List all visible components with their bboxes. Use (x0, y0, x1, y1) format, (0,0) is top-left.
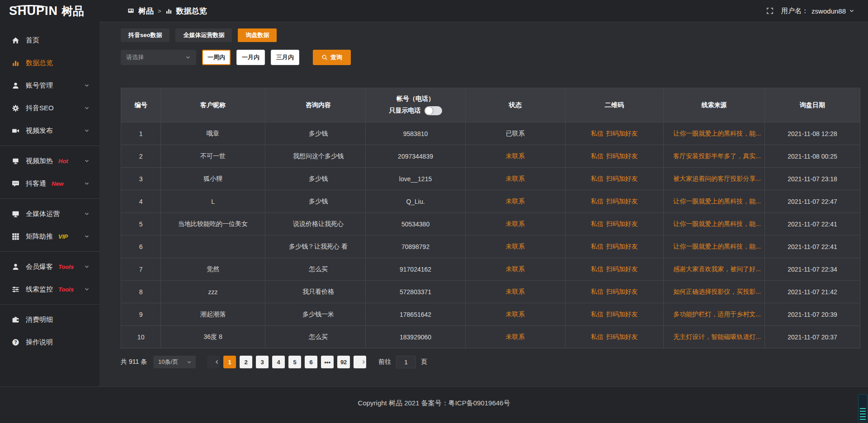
tab-inquiry-data[interactable]: 询盘数据 (238, 28, 277, 42)
qr-scan-add-friend-link[interactable]: 扫码加好友 (606, 220, 638, 227)
sidebar-item-douketong[interactable]: 抖客通New (0, 172, 99, 195)
qr-scan-add-friend-link[interactable]: 扫码加好友 (606, 130, 638, 137)
sidebar-item-matrix-boost[interactable]: 矩阵助推VIP (0, 225, 99, 248)
cell-date: 2021-11-08 00:25 (765, 145, 860, 168)
tab-douyin-seo-data[interactable]: 抖音seo数据 (121, 28, 170, 42)
range-button-one-month[interactable]: 一月内 (236, 50, 265, 65)
qr-private-message-link[interactable]: 私信 (591, 310, 604, 318)
qr-scan-add-friend-link[interactable]: 扫码加好友 (606, 310, 638, 318)
qr-scan-add-friend-link[interactable]: 扫码加好友 (606, 175, 638, 182)
bar-chart-icon (12, 59, 19, 67)
page-button-92[interactable]: 92 (337, 356, 350, 368)
sidebar-item-member-burst[interactable]: 会员爆客Tools (0, 255, 99, 278)
source-link[interactable]: 如何正确选择投影仪，买投影... (673, 288, 761, 295)
source-link[interactable]: 被大家追着问的客厅投影分享... (673, 175, 761, 182)
cell-date: 2021-11-07 22:47 (765, 190, 860, 213)
goto-unit: 页 (421, 358, 427, 366)
col-date: 询盘日期 (765, 88, 860, 122)
prev-page-button[interactable] (207, 356, 220, 368)
page-size-select[interactable]: 10条/页 (153, 356, 196, 368)
cell-qrcode: 私信扫码加好友 (565, 281, 663, 303)
account-select[interactable]: 请选择 (121, 50, 196, 65)
page-button-1[interactable]: 1 (223, 356, 236, 368)
sidebar-item-badge: Tools (58, 286, 74, 293)
source-link[interactable]: 感谢大家喜欢我家，被问了好... (673, 265, 761, 273)
col-nickname: 客户昵称 (161, 88, 265, 122)
search-button[interactable]: 查询 (313, 50, 351, 65)
source-link[interactable]: 让你一眼就爱上的黑科技，能... (673, 243, 761, 250)
qr-private-message-link[interactable]: 私信 (591, 175, 604, 182)
range-button-three-months[interactable]: 三月内 (271, 50, 299, 65)
cell-account: 50534380 (366, 213, 466, 235)
page-button-5[interactable]: 5 (288, 356, 301, 368)
qr-private-message-link[interactable]: 私信 (591, 333, 604, 340)
status-badge: 未联系 (506, 310, 525, 318)
range-button-one-week[interactable]: 一周内 (202, 50, 231, 65)
source-link[interactable]: 多功能护栏灯，适用于乡村文... (673, 310, 761, 318)
table-row: 5当地比较能吃的一位美女说说价格让我死心50534380未联系私信扫码加好友让你… (121, 213, 860, 235)
sidebar-item-data-overview[interactable]: 数据总览 (0, 52, 99, 74)
page-ellipsis-button[interactable]: ••• (321, 356, 334, 368)
next-page-button[interactable] (354, 356, 366, 368)
qr-private-message-link[interactable]: 私信 (591, 243, 604, 250)
cell-date: 2021-11-07 20:37 (765, 326, 860, 348)
qr-private-message-link[interactable]: 私信 (591, 265, 604, 273)
sidebar-item-video-publish[interactable]: 视频发布 (0, 119, 99, 142)
breadcrumb-home[interactable]: 树品 (138, 6, 154, 16)
cell-status: 未联系 (465, 303, 565, 326)
cell-qrcode: 私信扫码加好友 (565, 190, 663, 213)
cell-qrcode: 私信扫码加好友 (565, 145, 663, 168)
sidebar-item-douyin-seo[interactable]: 抖音SEO (0, 97, 99, 119)
filter-bar: 请选择 一周内一月内三月内 查询 (121, 50, 860, 65)
sidebar-item-account-management[interactable]: 账号管理 (0, 74, 99, 97)
table-row: 7觉然怎么买917024162未联系私信扫码加好友感谢大家喜欢我家，被问了好..… (121, 258, 860, 281)
qr-scan-add-friend-link[interactable]: 扫码加好友 (606, 333, 638, 340)
cell-account: 917024162 (366, 258, 466, 281)
qr-private-message-link[interactable]: 私信 (591, 152, 604, 160)
cell-content: 怎么买 (265, 326, 365, 348)
sidebar-item-label: 全媒体运营 (26, 210, 60, 218)
page-button-3[interactable]: 3 (256, 356, 269, 368)
sidebar-item-home[interactable]: 首页 (0, 29, 99, 52)
qr-private-message-link[interactable]: 私信 (591, 197, 604, 205)
sidebar-item-consume-detail[interactable]: 消费明细 (0, 308, 99, 331)
page-button-2[interactable]: 2 (240, 356, 252, 368)
qr-private-message-link[interactable]: 私信 (591, 220, 604, 227)
sidebar-item-operation-guide[interactable]: ?操作说明 (0, 331, 99, 353)
sidebar-item-media-operation[interactable]: 全媒体运营 (0, 202, 99, 225)
source-link[interactable]: 无主灯设计，智能磁吸轨道灯... (673, 333, 761, 340)
qr-scan-add-friend-link[interactable]: 扫码加好友 (606, 243, 638, 250)
qr-scan-add-friend-link[interactable]: 扫码加好友 (606, 265, 638, 273)
floating-widget[interactable] (858, 394, 868, 422)
source-link[interactable]: 让你一眼就爱上的黑科技，能... (673, 220, 761, 227)
source-link[interactable]: 让你一眼就爱上的黑科技，能... (673, 130, 761, 137)
page-button-6[interactable]: 6 (305, 356, 317, 368)
sidebar-item-video-heat[interactable]: 视频加热Hot (0, 150, 99, 172)
page-button-4[interactable]: 4 (272, 356, 285, 368)
cell-status: 未联系 (465, 213, 565, 235)
cell-nickname: zzz (161, 281, 265, 303)
user-menu[interactable]: 用户名：zswodun88 (781, 7, 854, 15)
sidebar-item-clue-monitor[interactable]: 线索监控Tools (0, 278, 99, 301)
cell-content: 多少钱？让我死心 看 (265, 235, 365, 258)
chevron-down-icon (84, 158, 90, 164)
table-header-row: 编号 客户昵称 咨询内容 帐号（电话） 只显示电话 状态 二维码 线索来源 询盘… (121, 88, 860, 122)
cell-content: 多少钱 (265, 122, 365, 145)
source-link[interactable]: 客厅安装投影半年多了，真实... (673, 152, 761, 160)
chevron-down-icon (84, 234, 90, 239)
col-account: 帐号（电话） 只显示电话 (366, 88, 466, 122)
source-link[interactable]: 让你一眼就爱上的黑科技，能... (673, 197, 761, 205)
goto-page-input[interactable] (396, 356, 416, 368)
table-row: 3狐小狸多少钱love__1215未联系私信扫码加好友被大家追着问的客厅投影分享… (121, 168, 860, 190)
fullscreen-icon[interactable] (766, 7, 774, 14)
qr-private-message-link[interactable]: 私信 (591, 130, 604, 137)
cell-status: 未联系 (465, 258, 565, 281)
tab-media-operation-data[interactable]: 全媒体运营数据 (175, 28, 232, 42)
qr-private-message-link[interactable]: 私信 (591, 288, 604, 295)
qr-scan-add-friend-link[interactable]: 扫码加好友 (606, 288, 638, 295)
cell-nickname: 不可一世 (161, 145, 265, 168)
phone-only-toggle[interactable] (425, 106, 442, 115)
qr-scan-add-friend-link[interactable]: 扫码加好友 (606, 197, 638, 205)
cell-date: 2021-11-07 21:42 (765, 281, 860, 303)
qr-scan-add-friend-link[interactable]: 扫码加好友 (606, 152, 638, 160)
